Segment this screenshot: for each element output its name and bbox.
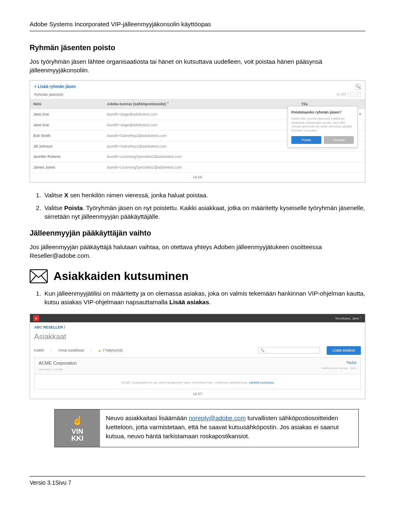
- invite-step-1: Kun jälleenmyyjätilisi on määritetty ja …: [43, 289, 365, 306]
- popover-title: Poistetaanko ryhmän jäsen?: [291, 110, 354, 115]
- section-title-change-admin: Jälleenmyyjän pääkäyttäjän vaihto: [30, 228, 365, 238]
- figure-number: 16-07: [30, 389, 365, 399]
- tip-label: VIN: [72, 428, 83, 435]
- cancel-button[interactable]: Peruuta: [324, 136, 354, 144]
- team-members-label: Ryhmän jäsen(et): [34, 92, 63, 97]
- table-row: James Jones laurelh+LicensingSpecialist1…: [30, 162, 365, 173]
- confirm-delete-popover: Poistetaanko ryhmän jäsen? Kaikki tälle …: [288, 106, 358, 148]
- pointing-hand-icon: ☝: [72, 414, 83, 427]
- search-icon[interactable]: 🔍: [355, 84, 361, 90]
- steps-invite: Kun jälleenmyyjätilisi on määritetty ja …: [43, 289, 365, 306]
- section-title-remove-member: Ryhmän jäsenten poisto: [30, 43, 365, 53]
- breadcrumb[interactable]: ABC RESELLER /: [30, 322, 365, 331]
- figure-number: 16-06: [30, 173, 365, 182]
- screenshot-team-members: + Lisää ryhmän jäsen 🔍 Ryhmän jäsen(et) …: [30, 80, 365, 183]
- customer-status: Vahvistus vireillä: [39, 367, 77, 372]
- customer-row[interactable]: ACME Corporation Vahvistus vireillä Tied…: [34, 357, 361, 375]
- screenshot-customers: A Tervetuloa, Jane ˅ ABC RESELLER / Asia…: [30, 314, 365, 399]
- tip-text: Neuvo asiakkaitasi lisäämään noreply@ado…: [100, 409, 358, 447]
- pagination-count: 0–7/7: [337, 92, 346, 97]
- tab-own[interactable]: Omat asiakkaat: [58, 348, 84, 353]
- tab-all[interactable]: Kaikki: [34, 348, 44, 353]
- step-2: Valitse Poista. Työryhmän jäsen on nyt p…: [43, 204, 365, 221]
- steps-remove-member: Valitse X sen henkilön nimen vieressä, j…: [43, 191, 365, 221]
- section-body-change-admin: Jos jälleenmyyjän pääkäyttäjä halutaan v…: [30, 243, 365, 260]
- customer-name: ACME Corporation: [39, 360, 77, 366]
- add-team-member-link[interactable]: + Lisää ryhmän jäsen: [34, 84, 76, 90]
- page-title: Asiakkaat: [30, 331, 365, 346]
- popover-text: Kaikki tälle ryhmän jäsenelle määritetyt…: [291, 117, 354, 133]
- document-footer: Versio 3.1Sivu 7: [30, 476, 365, 487]
- step-1: Valitse X sen henkilön nimen vieressä, j…: [43, 191, 365, 199]
- managed-by-label: Hallinnasta vastaa: Sinä: [321, 366, 356, 370]
- customer-message: ACME Corporation ei ole vielä hyväksynyt…: [34, 375, 361, 389]
- document-header: Adobe Systems Incorporated VIP-jälleenmy…: [30, 20, 365, 31]
- search-input[interactable]: 🔍: [258, 347, 320, 354]
- welcome-user[interactable]: Tervetuloa, Jane ˅: [335, 316, 362, 321]
- delete-button[interactable]: Poista: [291, 136, 321, 144]
- col-email[interactable]: Adobe-tunnus (sähköpostiosoite) ˅: [104, 99, 298, 109]
- col-name: Nimi: [30, 99, 104, 109]
- next-page-button[interactable]: ›: [355, 92, 361, 97]
- tip-label: KKI: [71, 435, 83, 442]
- tab-alerts[interactable]: 7 hälytys(tä): [98, 348, 123, 353]
- table-row: Jennifer Roberts laurelh+LicensingSpecia…: [30, 152, 365, 162]
- section-title-invite-customers: Asiakkaiden kutsuminen: [53, 268, 188, 284]
- prev-page-button[interactable]: ‹: [348, 92, 353, 97]
- details-link[interactable]: Tiedot: [321, 360, 356, 365]
- noreply-email-link[interactable]: noreply@adobe.com: [189, 414, 246, 421]
- add-customer-button[interactable]: Lisää asiakas: [327, 346, 361, 355]
- tip-box: ☝ VIN KKI Neuvo asiakkaitasi lisäämään n…: [54, 409, 359, 447]
- section-intro-remove-member: Jos työryhmän jäsen lähtee organisaatios…: [30, 57, 365, 74]
- envelope-icon: [30, 269, 48, 283]
- svg-rect-0: [30, 270, 47, 283]
- adobe-logo-icon: A: [33, 315, 39, 321]
- send-reminder-link[interactable]: Lähetä muistutus: [249, 381, 274, 384]
